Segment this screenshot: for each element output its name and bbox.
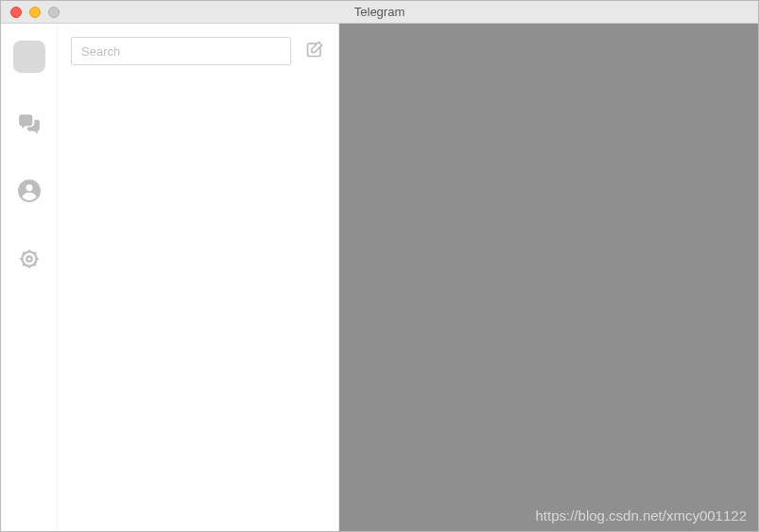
svg-point-2: [22, 251, 36, 266]
person-icon: [17, 179, 42, 207]
search-input[interactable]: [71, 37, 291, 65]
chat-area: https://blog.csdn.net/xmcy001122: [339, 24, 758, 531]
compose-icon: [305, 40, 324, 62]
minimize-button[interactable]: [29, 7, 41, 18]
app-window: Telegram: [0, 0, 759, 532]
svg-point-3: [26, 256, 31, 261]
traffic-lights: [1, 7, 60, 18]
sidebar-item-contacts[interactable]: [13, 177, 45, 209]
close-button[interactable]: [10, 7, 22, 18]
watermark-text: https://blog.csdn.net/xmcy001122: [536, 507, 747, 523]
sidebar: [1, 24, 58, 531]
compose-button[interactable]: [304, 41, 325, 61]
gear-icon: [17, 247, 42, 275]
titlebar: Telegram: [1, 1, 758, 24]
sidebar-item-logo[interactable]: [13, 41, 45, 73]
svg-point-1: [26, 184, 32, 191]
sidebar-item-chats[interactable]: [13, 109, 45, 141]
window-body: https://blog.csdn.net/xmcy001122: [1, 24, 758, 531]
chats-icon: [17, 111, 42, 139]
logo-icon: [13, 41, 45, 73]
sidebar-item-settings[interactable]: [13, 245, 45, 277]
chat-list-panel: [58, 24, 339, 531]
window-title: Telegram: [1, 5, 758, 19]
search-row: [58, 24, 338, 65]
maximize-button[interactable]: [48, 7, 60, 18]
